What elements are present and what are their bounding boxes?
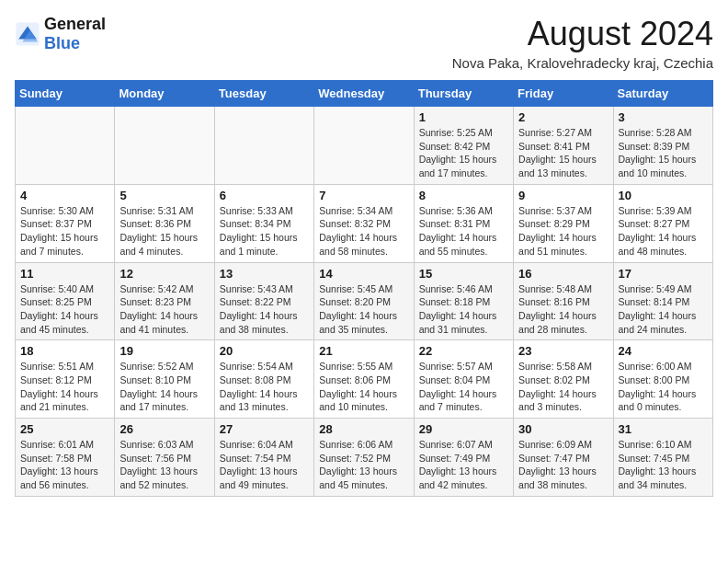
day-number: 23 [518, 344, 608, 358]
day-number: 30 [518, 422, 608, 436]
month-title: August 2024 [452, 15, 713, 53]
day-info: Sunrise: 6:10 AMSunset: 7:45 PMDaylight:… [619, 438, 708, 492]
weekday-header-monday: Monday [115, 81, 214, 107]
calendar-cell [314, 107, 414, 185]
day-info: Sunrise: 5:57 AMSunset: 8:04 PMDaylight:… [419, 360, 508, 414]
title-area: August 2024 Nova Paka, Kralovehradecky k… [452, 15, 713, 71]
header: General Blue August 2024 Nova Paka, Kral… [15, 15, 713, 71]
day-info: Sunrise: 5:49 AMSunset: 8:14 PMDaylight:… [619, 282, 708, 337]
day-number: 25 [20, 422, 109, 436]
day-info: Sunrise: 5:48 AMSunset: 8:16 PMDaylight:… [518, 282, 608, 337]
day-number: 4 [20, 189, 109, 202]
day-info: Sunrise: 5:54 AMSunset: 8:08 PMDaylight:… [220, 360, 309, 414]
day-number: 13 [220, 267, 309, 281]
day-number: 9 [518, 189, 608, 202]
day-number: 19 [119, 344, 209, 358]
day-number: 7 [319, 189, 408, 202]
day-info: Sunrise: 5:55 AMSunset: 8:06 PMDaylight:… [319, 360, 408, 414]
calendar-cell: 30Sunrise: 6:09 AMSunset: 7:47 PMDayligh… [514, 419, 613, 497]
day-info: Sunrise: 6:01 AMSunset: 7:58 PMDaylight:… [20, 438, 109, 492]
logo-text: General Blue [44, 15, 106, 53]
day-info: Sunrise: 5:52 AMSunset: 8:10 PMDaylight:… [119, 360, 209, 414]
calendar-cell: 15Sunrise: 5:46 AMSunset: 8:18 PMDayligh… [414, 262, 513, 340]
calendar-cell: 17Sunrise: 5:49 AMSunset: 8:14 PMDayligh… [613, 262, 712, 340]
day-info: Sunrise: 5:39 AMSunset: 8:27 PMDaylight:… [619, 204, 708, 259]
calendar-cell: 21Sunrise: 5:55 AMSunset: 8:06 PMDayligh… [314, 340, 414, 419]
day-info: Sunrise: 5:34 AMSunset: 8:32 PMDaylight:… [319, 204, 408, 259]
day-info: Sunrise: 6:09 AMSunset: 7:47 PMDaylight:… [518, 438, 608, 492]
day-info: Sunrise: 6:04 AMSunset: 7:54 PMDaylight:… [220, 438, 309, 492]
day-number: 31 [619, 422, 708, 436]
week-row-5: 25Sunrise: 6:01 AMSunset: 7:58 PMDayligh… [16, 419, 713, 497]
week-row-1: 1Sunrise: 5:25 AMSunset: 8:42 PMDaylight… [16, 107, 713, 185]
calendar-cell [16, 107, 115, 185]
calendar-cell: 4Sunrise: 5:30 AMSunset: 8:37 PMDaylight… [16, 184, 115, 262]
weekday-header-sunday: Sunday [16, 81, 115, 107]
calendar-cell: 23Sunrise: 5:58 AMSunset: 8:02 PMDayligh… [514, 340, 613, 419]
day-info: Sunrise: 5:31 AMSunset: 8:36 PMDaylight:… [119, 204, 209, 259]
logo-icon [15, 21, 40, 47]
day-info: Sunrise: 5:45 AMSunset: 8:20 PMDaylight:… [319, 282, 408, 337]
day-number: 27 [220, 422, 309, 436]
week-row-3: 11Sunrise: 5:40 AMSunset: 8:25 PMDayligh… [16, 262, 713, 340]
day-info: Sunrise: 5:33 AMSunset: 8:34 PMDaylight:… [220, 204, 309, 259]
week-row-4: 18Sunrise: 5:51 AMSunset: 8:12 PMDayligh… [16, 340, 713, 419]
day-number: 12 [119, 267, 209, 281]
day-number: 8 [419, 189, 508, 202]
calendar-cell: 29Sunrise: 6:07 AMSunset: 7:49 PMDayligh… [414, 419, 513, 497]
day-info: Sunrise: 5:37 AMSunset: 8:29 PMDaylight:… [518, 204, 608, 259]
weekday-header-wednesday: Wednesday [314, 81, 414, 107]
calendar-cell: 31Sunrise: 6:10 AMSunset: 7:45 PMDayligh… [613, 419, 712, 497]
location-title: Nova Paka, Kralovehradecky kraj, Czechia [452, 55, 713, 71]
day-number: 15 [419, 267, 508, 281]
day-number: 18 [20, 344, 109, 358]
day-number: 20 [220, 344, 309, 358]
weekday-header-row: SundayMondayTuesdayWednesdayThursdayFrid… [16, 81, 713, 107]
day-info: Sunrise: 5:30 AMSunset: 8:37 PMDaylight:… [20, 204, 109, 259]
day-info: Sunrise: 5:46 AMSunset: 8:18 PMDaylight:… [419, 282, 508, 337]
calendar-cell: 18Sunrise: 5:51 AMSunset: 8:12 PMDayligh… [16, 340, 115, 419]
day-number: 1 [419, 110, 508, 124]
weekday-header-tuesday: Tuesday [214, 81, 313, 107]
day-number: 6 [220, 189, 309, 202]
day-info: Sunrise: 6:00 AMSunset: 8:00 PMDaylight:… [619, 360, 708, 414]
calendar-cell: 27Sunrise: 6:04 AMSunset: 7:54 PMDayligh… [214, 419, 313, 497]
calendar-table: SundayMondayTuesdayWednesdayThursdayFrid… [15, 80, 713, 497]
day-number: 28 [319, 422, 408, 436]
calendar-cell: 1Sunrise: 5:25 AMSunset: 8:42 PMDaylight… [414, 107, 513, 185]
calendar-cell: 19Sunrise: 5:52 AMSunset: 8:10 PMDayligh… [115, 340, 214, 419]
calendar-cell: 6Sunrise: 5:33 AMSunset: 8:34 PMDaylight… [214, 184, 313, 262]
weekday-header-friday: Friday [514, 81, 613, 107]
day-number: 11 [20, 267, 109, 281]
calendar-cell: 22Sunrise: 5:57 AMSunset: 8:04 PMDayligh… [414, 340, 513, 419]
calendar-cell: 28Sunrise: 6:06 AMSunset: 7:52 PMDayligh… [314, 419, 414, 497]
calendar-cell: 3Sunrise: 5:28 AMSunset: 8:39 PMDaylight… [613, 107, 712, 185]
calendar-cell: 12Sunrise: 5:42 AMSunset: 8:23 PMDayligh… [115, 262, 214, 340]
day-number: 24 [619, 344, 708, 358]
weekday-header-thursday: Thursday [414, 81, 513, 107]
calendar-cell: 13Sunrise: 5:43 AMSunset: 8:22 PMDayligh… [214, 262, 313, 340]
calendar-cell: 5Sunrise: 5:31 AMSunset: 8:36 PMDaylight… [115, 184, 214, 262]
calendar-cell: 11Sunrise: 5:40 AMSunset: 8:25 PMDayligh… [16, 262, 115, 340]
day-number: 29 [419, 422, 508, 436]
week-row-2: 4Sunrise: 5:30 AMSunset: 8:37 PMDaylight… [16, 184, 713, 262]
day-info: Sunrise: 5:36 AMSunset: 8:31 PMDaylight:… [419, 204, 508, 259]
calendar-cell: 25Sunrise: 6:01 AMSunset: 7:58 PMDayligh… [16, 419, 115, 497]
day-info: Sunrise: 5:43 AMSunset: 8:22 PMDaylight:… [220, 282, 309, 337]
day-info: Sunrise: 5:51 AMSunset: 8:12 PMDaylight:… [20, 360, 109, 414]
day-number: 2 [518, 110, 608, 124]
calendar-cell [115, 107, 214, 185]
day-number: 22 [419, 344, 508, 358]
calendar-cell [214, 107, 313, 185]
day-info: Sunrise: 5:58 AMSunset: 8:02 PMDaylight:… [518, 360, 608, 414]
day-info: Sunrise: 5:27 AMSunset: 8:41 PMDaylight:… [518, 126, 608, 180]
logo: General Blue [15, 15, 106, 53]
day-info: Sunrise: 5:40 AMSunset: 8:25 PMDaylight:… [20, 282, 109, 337]
day-number: 21 [319, 344, 408, 358]
day-info: Sunrise: 6:06 AMSunset: 7:52 PMDaylight:… [319, 438, 408, 492]
day-info: Sunrise: 6:03 AMSunset: 7:56 PMDaylight:… [119, 438, 209, 492]
weekday-header-saturday: Saturday [613, 81, 712, 107]
calendar-cell: 26Sunrise: 6:03 AMSunset: 7:56 PMDayligh… [115, 419, 214, 497]
day-number: 16 [518, 267, 608, 281]
day-info: Sunrise: 5:25 AMSunset: 8:42 PMDaylight:… [419, 126, 508, 180]
